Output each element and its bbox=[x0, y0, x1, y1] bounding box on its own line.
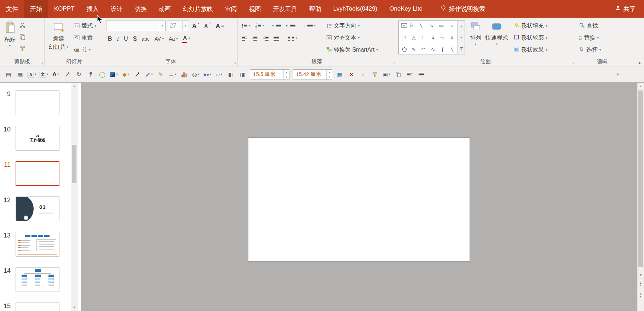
gallery-scroll-up-button[interactable]: ▴ bbox=[458, 21, 465, 32]
thumbnail-scroll-down-button[interactable]: ▼ bbox=[71, 304, 77, 311]
section-button[interactable]: 节▾ bbox=[72, 45, 98, 55]
tab-koppt[interactable]: KOPPT bbox=[48, 0, 81, 18]
tab-home[interactable]: 开始 bbox=[24, 0, 48, 18]
text-direction-button[interactable]: 文字方向▾ bbox=[325, 20, 392, 31]
shape-square-icon[interactable]: □ bbox=[401, 34, 408, 41]
copy-button[interactable] bbox=[18, 32, 27, 42]
slide-15-thumbnail[interactable] bbox=[16, 303, 59, 311]
text-shadow-button[interactable]: S bbox=[131, 34, 138, 44]
size-height-stepper[interactable]: ▴▾ bbox=[326, 70, 332, 80]
increase-font-size-button[interactable]: A▴ bbox=[190, 21, 201, 31]
slide-editing-area[interactable] bbox=[248, 137, 470, 262]
slide-pane-tool[interactable]: ▤ bbox=[4, 69, 13, 80]
brush-tool[interactable] bbox=[370, 69, 379, 80]
shape-elbow-icon[interactable]: ∟ bbox=[420, 34, 427, 41]
rotate-tool[interactable]: ↻ bbox=[75, 69, 83, 80]
shape-diagonal-icon[interactable]: ╲ bbox=[449, 46, 456, 53]
pen-tool[interactable]: ▾ bbox=[145, 69, 153, 80]
slide-thumbnail-item-14[interactable]: 14 bbox=[0, 267, 71, 293]
clear-formatting-button[interactable]: A bbox=[214, 21, 225, 31]
size-height-field[interactable]: 15.42 厘米 ▴▾ bbox=[293, 69, 332, 80]
shape-vertical-textbox-icon[interactable]: A bbox=[410, 23, 414, 28]
convert-smartart-button[interactable]: 转换为 SmartArt▾ bbox=[325, 45, 392, 55]
underline-button[interactable]: U bbox=[122, 34, 130, 44]
decrease-indent-button[interactable]: ◂ bbox=[270, 20, 283, 30]
frame-tool[interactable]: ▣▾ bbox=[382, 69, 391, 80]
find-button[interactable]: 查找 bbox=[577, 20, 603, 31]
tab-file[interactable]: 文件 bbox=[0, 0, 24, 18]
layout-button[interactable]: 版式▾ bbox=[72, 20, 98, 31]
bold-button[interactable]: B bbox=[106, 34, 114, 44]
align-right-button[interactable] bbox=[261, 33, 270, 43]
shapes-gallery[interactable]: A A ╲ ↘ ▭ ○ □ △ ∟ ↳ ⇨ ⇩ ✎ bbox=[398, 20, 458, 54]
tell-me-search[interactable]: 操作说明搜索 bbox=[441, 0, 485, 18]
table-tool[interactable]: ▦ bbox=[335, 69, 344, 80]
character-spacing-button[interactable]: AV▾ bbox=[153, 34, 166, 44]
slide-thumbnail-item-13[interactable]: 13 bbox=[0, 232, 71, 257]
tab-onekey-lite[interactable]: OneKey Lite bbox=[383, 0, 429, 18]
canvas-scrollbar-thumb[interactable] bbox=[638, 90, 643, 267]
shape-triangle-icon[interactable]: △ bbox=[410, 34, 418, 41]
shape-freeform-icon[interactable] bbox=[401, 46, 408, 53]
shape-textbox-icon[interactable]: A bbox=[401, 23, 407, 28]
canvas-scroll-down-button[interactable]: ▼ bbox=[638, 271, 644, 278]
format-painter-button[interactable] bbox=[18, 43, 27, 53]
pin-tool[interactable] bbox=[86, 69, 95, 80]
align-text-button[interactable]: 对齐文本▾ bbox=[325, 33, 392, 43]
font-size-select[interactable]: 27▾ bbox=[167, 20, 189, 31]
copy-format-tool[interactable] bbox=[394, 69, 402, 80]
theme-color-tool[interactable]: ▾ bbox=[110, 69, 118, 80]
cut-button[interactable] bbox=[18, 20, 27, 30]
slide-thumbnail-item-11-selected[interactable]: 11 bbox=[0, 161, 71, 187]
slide-thumbnail-item-12[interactable]: 12 01 bbox=[0, 196, 71, 222]
tab-developer[interactable]: 开发工具 bbox=[267, 0, 303, 18]
canvas-scrollbar[interactable]: ▲ ▼ ▲▲ ▼▼ bbox=[637, 83, 644, 311]
shape-arrow-down-icon[interactable]: ⇩ bbox=[449, 34, 456, 41]
toolbar-overflow-button[interactable]: ▾ bbox=[614, 69, 622, 80]
bulb-tool[interactable]: ● bbox=[359, 69, 367, 80]
increase-indent-button[interactable]: ▸ bbox=[284, 20, 298, 30]
position-right-tool[interactable]: ◨ bbox=[238, 69, 247, 80]
shape-line-icon[interactable]: ╲ bbox=[418, 22, 425, 29]
skew-tool[interactable]: ▱▾ bbox=[215, 69, 223, 80]
align-center-button[interactable] bbox=[251, 33, 260, 43]
position-left-tool[interactable]: ◧ bbox=[226, 69, 235, 80]
chart-tool[interactable] bbox=[180, 69, 188, 80]
justify-button[interactable] bbox=[272, 33, 281, 43]
clipboard-dialog-launcher[interactable]: ⌟ bbox=[41, 60, 43, 64]
share-button[interactable]: 共享 bbox=[606, 0, 644, 18]
slide-12-thumbnail[interactable]: 01 bbox=[16, 196, 59, 221]
quick-styles-button[interactable]: 快速样式 ▾ bbox=[483, 20, 510, 57]
eyedropper-tool[interactable] bbox=[63, 69, 71, 80]
font-color-tool[interactable]: A▾ bbox=[51, 69, 60, 80]
shape-arc-icon[interactable]: ◠ bbox=[420, 46, 427, 53]
shape-brace-icon[interactable]: { bbox=[439, 46, 446, 53]
font-name-select[interactable]: ▾ bbox=[106, 20, 166, 31]
slide-thumbnail-item-9[interactable]: 9 bbox=[0, 90, 71, 116]
shape-outline-button[interactable]: 形状轮廓▾ bbox=[512, 33, 561, 43]
new-slide-button[interactable]: 新建 幻灯片▾ bbox=[47, 20, 71, 57]
tab-animations[interactable]: 动画 bbox=[153, 0, 177, 18]
arrange-button[interactable]: 排列 ▾ bbox=[468, 20, 483, 57]
thumbnail-scroll-up-button[interactable]: ▲ bbox=[71, 83, 77, 90]
size-width-stepper[interactable]: ▴▾ bbox=[283, 70, 289, 80]
thumbnail-scrollbar[interactable]: ▲ ▼ bbox=[71, 83, 77, 311]
previous-slide-button[interactable]: ▲▲ bbox=[638, 278, 644, 289]
columns-button[interactable]: ▾ bbox=[286, 33, 299, 43]
bullets-button[interactable]: ▾ bbox=[240, 20, 252, 30]
replace-button[interactable]: abac 替换▾ bbox=[577, 33, 603, 43]
align-left-button[interactable] bbox=[240, 33, 249, 43]
strikethrough-button[interactable]: abc bbox=[140, 34, 151, 44]
shape-rectangle-icon[interactable]: ▭ bbox=[438, 22, 445, 29]
thumbnail-scrollbar-thumb[interactable] bbox=[72, 145, 76, 183]
delete-tool[interactable]: × bbox=[347, 69, 356, 80]
slide-13-thumbnail[interactable] bbox=[16, 232, 59, 257]
export-tool[interactable]: →▾ bbox=[168, 69, 177, 80]
shape-line-arrow-icon[interactable]: ↘ bbox=[428, 22, 435, 29]
tab-transitions[interactable]: 切换 bbox=[129, 0, 153, 18]
shape-oval-icon[interactable]: ○ bbox=[448, 22, 455, 29]
shape-fill-button[interactable]: 形状填充▾ bbox=[512, 20, 561, 31]
tab-lvyhtools[interactable]: LvyhTools(0429) bbox=[327, 0, 384, 18]
drawing-dialog-launcher[interactable]: ⌟ bbox=[571, 60, 574, 64]
tab-slideshow[interactable]: 幻灯片放映 bbox=[177, 0, 219, 18]
